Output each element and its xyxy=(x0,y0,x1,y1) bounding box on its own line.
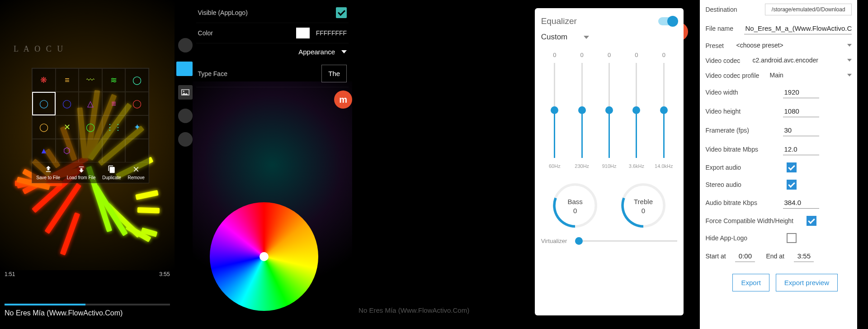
treble-knob[interactable]: Treble 0 xyxy=(618,181,668,230)
appearance-section[interactable]: Appearance xyxy=(196,43,349,60)
preset-thumb[interactable]: ✕ xyxy=(56,115,79,139)
video-width-field[interactable]: 1920 xyxy=(783,86,819,98)
preset-thumb[interactable]: ⋮⋮ xyxy=(102,115,126,139)
chevron-down-icon xyxy=(847,59,852,62)
chevron-down-icon xyxy=(847,44,852,47)
color-hex: FFFFFFFF xyxy=(316,29,347,37)
remove-button[interactable]: Remove xyxy=(127,165,144,180)
side-tab-image[interactable] xyxy=(178,85,193,100)
time-current: 1:51 xyxy=(5,271,15,277)
color-wheel[interactable] xyxy=(210,202,318,311)
virtualizer-slider[interactable] xyxy=(575,240,677,242)
chevron-down-icon xyxy=(341,50,347,53)
player-bottom-bar: 1:51 3:55 No Eres Mía (Www.FlowActivo.Co… xyxy=(0,284,175,329)
treble-value: 0 xyxy=(618,207,668,215)
treble-label: Treble xyxy=(618,198,668,205)
preset-thumb[interactable] xyxy=(125,139,149,162)
save-to-file-button[interactable]: Save to File xyxy=(36,165,60,180)
video-codec-value: c2.android.avc.encoder xyxy=(752,57,818,64)
duplicate-label: Duplicate xyxy=(102,175,121,180)
side-tab-3[interactable] xyxy=(178,109,193,123)
hide-logo-checkbox[interactable] xyxy=(787,233,797,243)
band-freq: 14.0kHz xyxy=(655,163,673,169)
side-tabs xyxy=(176,0,191,329)
band-value: 0 xyxy=(662,52,665,58)
stereo-audio-checkbox[interactable] xyxy=(787,180,797,190)
side-tab-active[interactable] xyxy=(176,62,193,76)
remove-label: Remove xyxy=(127,175,144,180)
preset-select[interactable]: <choose preset> xyxy=(736,42,852,49)
force-compat-checkbox[interactable] xyxy=(807,216,816,226)
export-preview-button[interactable]: Export preview xyxy=(776,274,838,291)
start-at-label: Start at xyxy=(705,253,730,260)
force-compat-label: Force Compatible Width/Height xyxy=(705,217,801,224)
preset-label: Preset xyxy=(705,42,731,49)
preset-thumb[interactable]: ◯ xyxy=(56,92,79,115)
preset-thumb[interactable]: ◯ xyxy=(32,115,56,139)
load-icon xyxy=(77,165,85,173)
preset-thumb[interactable]: ▲ xyxy=(32,139,56,162)
chevron-down-icon xyxy=(847,74,852,76)
preset-thumb[interactable]: ⬡ xyxy=(56,139,79,162)
eq-band[interactable]: 0910Hz xyxy=(599,52,620,169)
codec-profile-select[interactable]: Main xyxy=(769,72,852,79)
filename-label: File name xyxy=(705,25,739,32)
preset-thumb[interactable]: ◯ xyxy=(79,115,102,139)
preset-thumb[interactable]: ≡ xyxy=(56,68,79,92)
framerate-field[interactable]: 30 xyxy=(783,124,819,136)
equalizer-switch[interactable] xyxy=(658,17,677,25)
color-swatch[interactable] xyxy=(296,28,310,38)
equalizer-panel: m Equalizer Custom 060Hz0230Hz0910Hz03.6… xyxy=(530,0,689,329)
typeface-select[interactable]: The xyxy=(321,65,347,82)
video-codec-select[interactable]: c2.android.avc.encoder xyxy=(752,57,852,64)
audio-bitrate-field[interactable]: 384.0 xyxy=(783,197,819,209)
preset-thumb[interactable] xyxy=(102,139,126,162)
eq-band[interactable]: 014.0kHz xyxy=(653,52,674,169)
preset-thumb[interactable]: ◯ xyxy=(32,92,56,115)
preset-thumb[interactable]: 〰 xyxy=(79,68,102,92)
m-badge-icon: m xyxy=(334,91,352,109)
preset-thumb[interactable] xyxy=(79,139,102,162)
start-at-field[interactable]: 0:00 xyxy=(735,250,755,262)
side-tab-4[interactable] xyxy=(178,132,193,147)
side-tab-1[interactable] xyxy=(178,38,193,52)
export-button[interactable]: Export xyxy=(732,274,769,291)
bass-knob[interactable]: Bass 0 xyxy=(550,181,600,230)
load-from-file-button[interactable]: Load from File xyxy=(67,165,96,180)
band-value: 0 xyxy=(608,52,611,58)
export-audio-checkbox[interactable] xyxy=(787,162,797,172)
visible-checkbox[interactable] xyxy=(336,7,347,18)
video-bitrate-field[interactable]: 12.0 xyxy=(783,143,819,155)
export-audio-label: Export audio xyxy=(705,164,781,171)
duplicate-button[interactable]: Duplicate xyxy=(102,165,121,180)
end-at-field[interactable]: 3:55 xyxy=(794,250,814,262)
preset-grid: ❋≡〰≋◯◯◯△≡◯◯✕◯⋮⋮✦▲⬡ xyxy=(32,68,149,162)
preset-thumb[interactable]: ◯ xyxy=(125,92,149,115)
band-freq: 230Hz xyxy=(575,163,589,169)
band-freq: 3.6kHz xyxy=(629,163,644,169)
preset-thumb[interactable]: ✦ xyxy=(125,115,149,139)
eq-band[interactable]: 060Hz xyxy=(544,52,565,169)
track-title: No Eres Mía (Www.FlowActivo.Com) xyxy=(5,309,170,317)
eq-band[interactable]: 03.6kHz xyxy=(626,52,647,169)
save-label: Save to File xyxy=(36,175,60,180)
preset-thumb[interactable]: ≡ xyxy=(102,92,126,115)
filename-field[interactable]: No_Eres_M_a_(Www.FlowActivo.Com)_expo xyxy=(744,23,852,34)
video-height-label: Video height xyxy=(705,108,778,115)
album-bg-text: L A O C U xyxy=(14,44,65,54)
time-total: 3:55 xyxy=(159,271,170,277)
band-value: 0 xyxy=(580,52,584,58)
equalizer-preset-select[interactable]: Custom xyxy=(541,33,678,42)
eq-band[interactable]: 0230Hz xyxy=(571,52,592,169)
preset-thumb[interactable]: ≋ xyxy=(102,68,126,92)
destination-field[interactable]: /storage/emulated/0/Download xyxy=(765,4,852,15)
preset-thumb[interactable]: ◯ xyxy=(125,68,149,92)
preset-value: <choose preset> xyxy=(736,42,783,49)
svg-point-1 xyxy=(183,91,184,92)
preset-thumb[interactable]: △ xyxy=(79,92,102,115)
hide-logo-label: Hide App-Logo xyxy=(705,234,781,242)
export-card: Destination /storage/emulated/0/Download… xyxy=(700,0,857,329)
video-height-field[interactable]: 1080 xyxy=(783,105,819,117)
progress-bar[interactable] xyxy=(5,304,170,305)
preset-thumb[interactable]: ❋ xyxy=(32,68,56,92)
